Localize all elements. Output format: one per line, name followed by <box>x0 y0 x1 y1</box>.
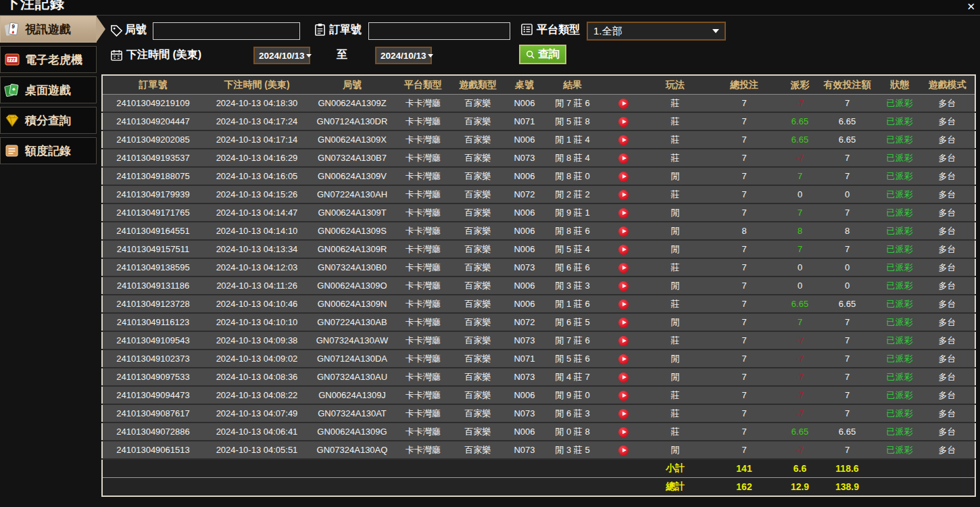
cell-bet: 7 <box>704 386 785 404</box>
cell-bet: 7 <box>704 349 785 368</box>
cell-result: 閒 7 莊 6 <box>545 331 599 349</box>
page-title: 下注記錄 <box>5 0 65 13</box>
replay-icon[interactable] <box>618 445 629 456</box>
cell-valid: 7 <box>815 167 879 185</box>
cell-method: 莊 <box>647 130 704 149</box>
cell-valid: 7 <box>815 441 879 459</box>
cell-payout: 7 <box>785 240 815 258</box>
replay-icon[interactable] <box>618 135 629 145</box>
replay-icon[interactable] <box>618 190 629 200</box>
calendar-icon <box>110 49 123 62</box>
date-to-picker[interactable]: 2024/10/13 <box>375 47 432 64</box>
cell-mode: 多台 <box>920 112 975 130</box>
cell-round: GN00624A1309V <box>310 167 394 185</box>
order-input[interactable] <box>368 22 510 40</box>
replay-icon[interactable] <box>618 99 629 109</box>
cell-hall: 卡卡灣廳 <box>394 441 452 459</box>
cell-valid: 6.65 <box>815 130 879 149</box>
sidebar-item-1[interactable]: 9♦視訊遊戲 <box>0 16 97 43</box>
bet-records-table: 訂單號下注時間 (美東)局號平台類型遊戲類型桌號結果玩法總投注派彩有效投注額狀態… <box>101 74 976 497</box>
date-from-picker[interactable]: 2024/10/13 <box>253 47 310 64</box>
replay-icon[interactable] <box>618 153 629 164</box>
cell-round: GN07324A130B0 <box>310 258 394 276</box>
cell-mode: 多台 <box>920 331 975 349</box>
platform-select[interactable]: 1.全部 <box>587 22 726 41</box>
cell-status: 已派彩 <box>879 295 920 313</box>
cell-bet: 7 <box>704 313 785 331</box>
cell-valid: 7 <box>815 331 879 349</box>
cell-status: 已派彩 <box>879 422 920 441</box>
cell-result: 閒 6 莊 5 <box>545 313 599 331</box>
sidebar-item-5[interactable]: 額度記錄 <box>0 137 97 164</box>
replay-icon[interactable] <box>618 117 629 127</box>
query-button[interactable]: 查詢 <box>519 45 566 64</box>
cell-result: 閒 3 莊 3 <box>545 276 599 295</box>
cell-result: 閒 8 莊 6 <box>545 222 599 240</box>
cell-play <box>599 185 647 203</box>
replay-icon[interactable] <box>618 427 629 437</box>
replay-icon[interactable] <box>618 318 629 328</box>
cell-round: GN00624A1309T <box>310 203 394 222</box>
cell-result: 閒 8 莊 0 <box>545 167 599 185</box>
replay-icon[interactable] <box>618 281 629 291</box>
cell-tbl: N006 <box>504 130 545 149</box>
cell-hall: 卡卡灣廳 <box>394 240 452 258</box>
cell-valid: 0 <box>815 258 879 276</box>
sidebar-item-3[interactable]: ♣桌面遊戲 <box>0 76 97 103</box>
round-input[interactable] <box>153 22 300 40</box>
total-value: 12.9 <box>785 478 815 497</box>
replay-icon[interactable] <box>618 245 629 255</box>
cell-play <box>599 368 647 386</box>
replay-icon[interactable] <box>618 372 629 383</box>
replay-icon[interactable] <box>618 391 629 401</box>
cell-round: GN00624A1309O <box>310 276 394 295</box>
cell-hall: 卡卡灣廳 <box>394 222 452 240</box>
cell-status: 已派彩 <box>879 112 920 130</box>
replay-icon[interactable] <box>618 208 629 218</box>
cell-time: 2024-10-13 04:12:03 <box>203 258 310 276</box>
sidebar-item-2[interactable]: 777電子老虎機 <box>0 46 97 73</box>
sidebar: 9♦視訊遊戲777電子老虎機♣桌面遊戲積分查詢額度記錄 <box>0 16 97 168</box>
cell-order: 241013049188075 <box>102 167 203 185</box>
cell-tbl: N071 <box>504 112 545 130</box>
column-header: 結果 <box>545 75 599 95</box>
cell-mode: 多台 <box>920 258 975 276</box>
cell-time: 2024-10-13 04:17:14 <box>203 130 310 149</box>
cell-payout: 6.65 <box>785 112 815 130</box>
cell-order: 241013049204447 <box>102 112 203 130</box>
table-row: 2410130490876172024-10-13 04:07:49GN0732… <box>102 404 975 422</box>
cell-status: 已派彩 <box>879 368 920 386</box>
cell-method: 莊 <box>647 258 704 276</box>
cell-result: 閒 6 莊 3 <box>545 404 599 422</box>
replay-icon[interactable] <box>618 226 629 237</box>
cell-payout: -7 <box>785 95 815 113</box>
cell-game: 百家樂 <box>452 149 504 167</box>
cell-method: 莊 <box>647 185 704 203</box>
cell-mode: 多台 <box>920 349 975 368</box>
cell-status: 已派彩 <box>879 276 920 295</box>
cell-mode: 多台 <box>920 441 975 459</box>
cell-play <box>599 149 647 167</box>
cell-mode: 多台 <box>920 130 975 149</box>
column-header <box>599 75 647 95</box>
cell-method: 莊 <box>647 295 704 313</box>
replay-icon[interactable] <box>618 299 629 310</box>
replay-icon[interactable] <box>618 336 629 346</box>
cell-result: 閒 5 莊 8 <box>545 112 599 130</box>
cell-result: 閒 8 莊 4 <box>545 149 599 167</box>
cell-time: 2024-10-13 04:17:24 <box>203 112 310 130</box>
cell-method: 閒 <box>647 167 704 185</box>
cell-order: 241013049131186 <box>102 276 203 295</box>
replay-icon[interactable] <box>618 263 629 273</box>
chevron-down-icon <box>306 54 312 57</box>
cell-status: 已派彩 <box>879 258 920 276</box>
cell-play <box>599 386 647 404</box>
cell-mode: 多台 <box>920 95 975 113</box>
replay-icon[interactable] <box>618 172 629 182</box>
cell-status: 已派彩 <box>879 130 920 149</box>
replay-icon[interactable] <box>618 409 629 419</box>
sidebar-item-4[interactable]: 積分查詢 <box>0 107 97 134</box>
close-icon[interactable]: ✕ <box>966 1 975 13</box>
cell-method: 閒 <box>647 276 704 295</box>
replay-icon[interactable] <box>618 354 629 364</box>
